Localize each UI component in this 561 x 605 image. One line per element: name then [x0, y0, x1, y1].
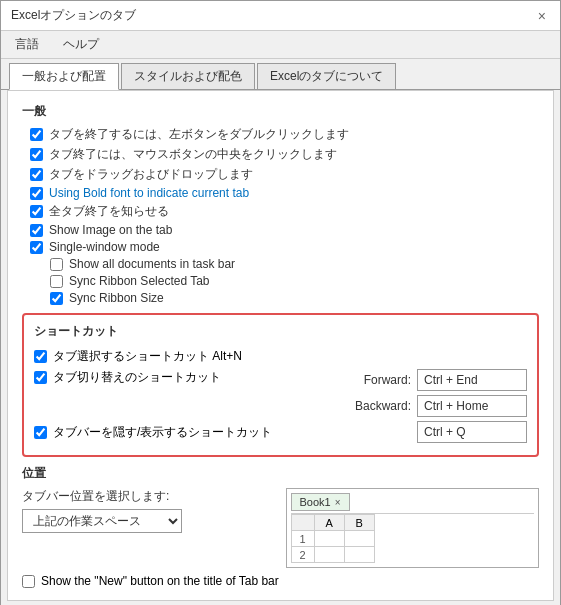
shortcut-forward-row: Forward: [351, 369, 527, 391]
excel-table: A B 1 [291, 514, 375, 563]
location-row: タブバー位置を選択します: 上記の作業スペース 下記の作業スペース Book1 … [22, 488, 539, 568]
excel-col-a: A [314, 515, 344, 531]
shortcut-q-row [351, 421, 527, 443]
checkbox-label-4: 全タブ終了を知らせる [49, 203, 169, 220]
shortcut-section: ショートカット タブ選択するショートカット Alt+N タブ切り替えのショートカ… [22, 313, 539, 457]
excel-row-1: 1 [291, 531, 374, 547]
checkbox-label-5: Show Image on the tab [49, 223, 172, 237]
excel-cell-2b[interactable] [344, 547, 374, 563]
shortcut-fields-1: Forward: Backward: [351, 369, 527, 417]
location-preview: Book1 × A B [286, 488, 540, 568]
location-sub-label: タブバー位置を選択します: [22, 488, 266, 505]
general-section-title: 一般 [22, 103, 539, 120]
shortcut-row-0: タブ選択するショートカット Alt+N [34, 348, 527, 365]
checkbox-row-3: Using Bold font to indicate current tab [30, 186, 539, 200]
checkbox-5[interactable] [30, 224, 43, 237]
new-btn-checkbox[interactable] [22, 575, 35, 588]
checkbox-label-6: Single-window mode [49, 240, 160, 254]
location-select[interactable]: 上記の作業スペース 下記の作業スペース [22, 509, 182, 533]
checkbox-row-indent-1: Sync Ribbon Selected Tab [50, 274, 539, 288]
shortcut-row-1: タブ切り替えのショートカット Forward: Backward: [34, 369, 527, 417]
tab-general[interactable]: 一般および配置 [9, 63, 119, 90]
location-left: タブバー位置を選択します: 上記の作業スペース 下記の作業スペース [22, 488, 266, 533]
checkbox-label-indent-2: Sync Ribbon Size [69, 291, 164, 305]
window-title: Excelオプションのタブ [11, 7, 136, 24]
tab-about[interactable]: Excelのタブについて [257, 63, 396, 89]
menu-item-help[interactable]: ヘルプ [59, 34, 103, 55]
checkbox-row-6: Single-window mode [30, 240, 539, 254]
shortcut-backward-row: Backward: [351, 395, 527, 417]
shortcut-checkbox-2[interactable] [34, 426, 47, 439]
excel-rownum-1: 1 [291, 531, 314, 547]
shortcut-forward-label: Forward: [351, 373, 411, 387]
shortcut-backward-label: Backward: [351, 399, 411, 413]
shortcut-forward-input[interactable] [417, 369, 527, 391]
excel-rownum-2: 2 [291, 547, 314, 563]
checkbox-row-0: タブを終了するには、左ボタンをダブルクリックします [30, 126, 539, 143]
checkbox-row-5: Show Image on the tab [30, 223, 539, 237]
checkbox-row-indent-2: Sync Ribbon Size [50, 291, 539, 305]
checkbox-label-indent-1: Sync Ribbon Selected Tab [69, 274, 210, 288]
shortcut-checkbox-1[interactable] [34, 371, 47, 384]
shortcut-label-1: タブ切り替えのショートカット [53, 369, 221, 386]
checkbox-row-1: タブ終了には、マウスボタンの中央をクリックします [30, 146, 539, 163]
checkbox-label-3: Using Bold font to indicate current tab [49, 186, 249, 200]
checkbox-label-0: タブを終了するには、左ボタンをダブルクリックします [49, 126, 349, 143]
shortcut-backward-input[interactable] [417, 395, 527, 417]
new-btn-row: Show the "New" button on the title of Ta… [22, 574, 539, 588]
checkbox-0[interactable] [30, 128, 43, 141]
shortcut-fields-2 [351, 421, 527, 443]
shortcut-label-0: タブ選択するショートカット Alt+N [53, 348, 242, 365]
shortcut-row-2: タブバーを隠す/表示するショートカット [34, 421, 527, 443]
excel-tab-label: Book1 [300, 496, 331, 508]
title-bar: Excelオプションのタブ × [1, 1, 560, 31]
excel-cell-1b[interactable] [344, 531, 374, 547]
menu-bar: 言語 ヘルプ [1, 31, 560, 59]
checkbox-indent-2[interactable] [50, 292, 63, 305]
excel-cell-1a[interactable] [314, 531, 344, 547]
main-window: Excelオプションのタブ × 言語 ヘルプ 一般および配置 スタイルおよび配色… [0, 0, 561, 605]
shortcut-section-title: ショートカット [34, 323, 527, 340]
checkbox-indent-0[interactable] [50, 258, 63, 271]
excel-col-b: B [344, 515, 374, 531]
excel-cell-2a[interactable] [314, 547, 344, 563]
checkbox-2[interactable] [30, 168, 43, 181]
checkbox-label-indent-0: Show all documents in task bar [69, 257, 235, 271]
checkbox-row-2: タブをドラッグおよびドロップします [30, 166, 539, 183]
excel-preview: Book1 × A B [291, 493, 535, 563]
checkbox-label-1: タブ終了には、マウスボタンの中央をクリックします [49, 146, 337, 163]
shortcut-q-input[interactable] [417, 421, 527, 443]
excel-tab-book1: Book1 × [291, 493, 350, 511]
excel-tab-bar: Book1 × [291, 493, 535, 511]
location-section: 位置 タブバー位置を選択します: 上記の作業スペース 下記の作業スペース Boo… [22, 465, 539, 588]
excel-corner [291, 515, 314, 531]
excel-row-2: 2 [291, 547, 374, 563]
shortcut-checkbox-0[interactable] [34, 350, 47, 363]
content-area: 一般 タブを終了するには、左ボタンをダブルクリックします タブ終了には、マウスボ… [7, 90, 554, 601]
excel-tab-close[interactable]: × [335, 497, 341, 508]
checkbox-1[interactable] [30, 148, 43, 161]
shortcut-label-2: タブバーを隠す/表示するショートカット [53, 424, 272, 441]
excel-grid: A B 1 [291, 513, 535, 563]
tab-style[interactable]: スタイルおよび配色 [121, 63, 255, 89]
location-title: 位置 [22, 465, 539, 482]
tabs-bar: 一般および配置 スタイルおよび配色 Excelのタブについて [1, 59, 560, 90]
checkbox-4[interactable] [30, 205, 43, 218]
new-btn-label: Show the "New" button on the title of Ta… [41, 574, 279, 588]
checkbox-label-2: タブをドラッグおよびドロップします [49, 166, 253, 183]
checkbox-row-indent-0: Show all documents in task bar [50, 257, 539, 271]
close-button[interactable]: × [534, 8, 550, 24]
checkbox-3[interactable] [30, 187, 43, 200]
checkbox-indent-1[interactable] [50, 275, 63, 288]
checkbox-row-4: 全タブ終了を知らせる [30, 203, 539, 220]
menu-item-language[interactable]: 言語 [11, 34, 43, 55]
checkbox-6[interactable] [30, 241, 43, 254]
